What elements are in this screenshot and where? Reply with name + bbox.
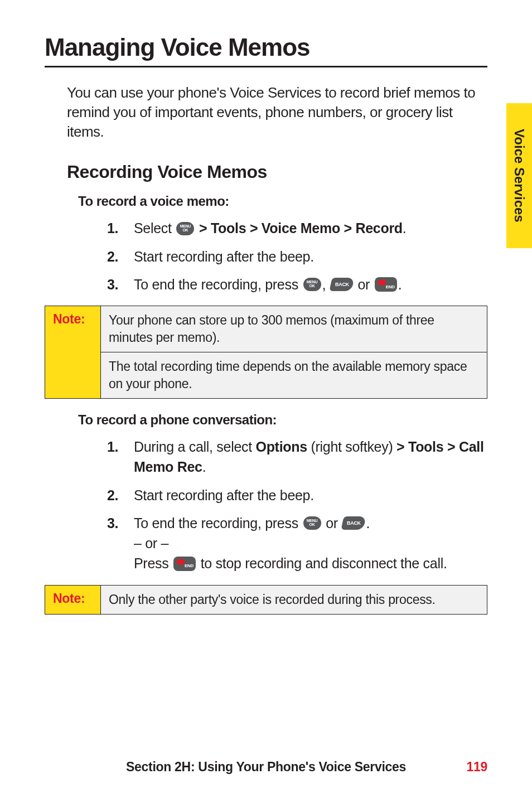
section2-step-3: 3. To end the recording, press or BACK. … <box>107 513 487 574</box>
mid-text: (right softkey) <box>307 439 396 454</box>
page-number: 119 <box>467 760 487 775</box>
note-body: Only the other party's voice is recorded… <box>101 585 487 614</box>
section1-step-3: 3. To end the recording, press , BACK or… <box>107 274 487 294</box>
section2-step-2: 2. Start recording after the beep. <box>107 485 487 505</box>
menu-ok-icon <box>303 516 321 530</box>
step-number: 3. <box>107 274 118 294</box>
intro-paragraph: You can use your phone's Voice Services … <box>67 83 487 142</box>
section1-steps: 1. Select > Tools > Voice Memo > Record.… <box>107 218 487 294</box>
period: . <box>366 515 370 531</box>
step-text: To end the recording, press <box>134 277 302 292</box>
period: . <box>202 459 206 475</box>
note-body-row2: The total recording time depends on the … <box>101 352 487 399</box>
side-tab-label: Voice Services <box>511 129 527 223</box>
note-label: Note: <box>45 306 101 399</box>
note-box-2: Note: Only the other party's voice is re… <box>45 585 487 615</box>
note-label: Note: <box>45 585 101 614</box>
or-text: or <box>322 515 342 531</box>
heading-rule <box>45 66 487 67</box>
menu-ok-icon <box>303 278 321 291</box>
end-icon <box>375 277 397 292</box>
back-icon: BACK <box>341 516 366 530</box>
step-number: 1. <box>107 437 118 457</box>
section1-step-2: 2. Start recording after the beep. <box>107 246 487 267</box>
step-text: To end the recording, press <box>134 515 302 531</box>
footer-text: Section 2H: Using Your Phone's Voice Ser… <box>126 760 406 774</box>
section1-title: To record a voice memo: <box>78 194 487 209</box>
page-title: Managing Voice Memos <box>45 33 487 61</box>
press-suffix: to stop recording and disconnect the cal… <box>197 555 447 571</box>
period: . <box>398 277 402 292</box>
sub-heading: Recording Voice Memos <box>67 162 487 182</box>
options-label: Options <box>256 439 307 454</box>
end-icon <box>173 557 196 571</box>
or-line: – or – <box>134 533 487 553</box>
section2-step-1: 1. During a call, select Options (right … <box>107 437 487 477</box>
side-tab: Voice Services <box>506 103 532 248</box>
step-number: 2. <box>107 485 118 505</box>
step-path: > Tools > Voice Memo > Record <box>195 220 402 236</box>
or-text: or <box>354 277 374 292</box>
step-number: 2. <box>107 246 118 267</box>
back-icon: BACK <box>329 278 354 291</box>
section2-title: To record a phone conversation: <box>78 412 487 428</box>
step-text: Select <box>134 220 175 236</box>
step-number: 1. <box>107 218 118 238</box>
page-content: Managing Voice Memos You can use your ph… <box>0 0 532 615</box>
press-prefix: Press <box>134 555 172 571</box>
note-box-1: Note: Your phone can store up to 300 mem… <box>45 306 487 399</box>
section2-steps: 1. During a call, select Options (right … <box>107 437 487 574</box>
step-text: Start recording after the beep. <box>134 487 314 503</box>
press-line: Press to stop recording and disconnect t… <box>134 553 487 573</box>
step-text: During a call, select <box>134 439 256 454</box>
step-number: 3. <box>107 513 118 533</box>
menu-ok-icon <box>176 222 194 235</box>
page-footer: Section 2H: Using Your Phone's Voice Ser… <box>0 760 532 775</box>
comma: , <box>322 277 330 292</box>
section1-step-1: 1. Select > Tools > Voice Memo > Record. <box>107 218 487 238</box>
period: . <box>403 220 407 236</box>
note-body-row1: Your phone can store up to 300 memos (ma… <box>101 306 487 352</box>
step-text: Start recording after the beep. <box>134 249 314 264</box>
